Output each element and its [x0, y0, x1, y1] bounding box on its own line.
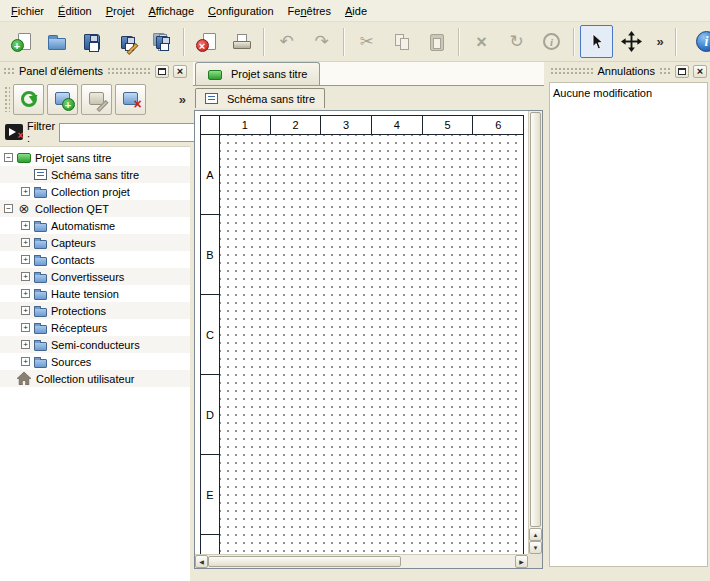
menu-label: ffichage: [156, 5, 194, 17]
dock-close-button[interactable]: ×: [173, 65, 187, 78]
expand-expander-icon[interactable]: +: [21, 323, 30, 332]
tree-item-haute-tension[interactable]: + Haute tension: [0, 285, 190, 302]
edit-element-button[interactable]: [81, 84, 112, 115]
expand-expander-icon[interactable]: +: [21, 340, 30, 349]
folder-icon: [34, 308, 47, 317]
tree-item-convertisseurs[interactable]: + Convertisseurs: [0, 268, 190, 285]
open-document-button[interactable]: [40, 25, 73, 58]
tree-item-capteurs[interactable]: + Capteurs: [0, 234, 190, 251]
scrollbar-thumb[interactable]: [208, 556, 401, 567]
dock-drag-handle: [107, 67, 151, 75]
redo-button[interactable]: ↷: [305, 25, 338, 58]
paste-button[interactable]: [420, 25, 453, 58]
expand-expander-icon[interactable]: +: [21, 238, 30, 247]
folder-icon: [34, 189, 47, 198]
tree-item-semi-conducteurs[interactable]: + Semi-conducteurs: [0, 336, 190, 353]
tree-item-label: Schéma sans titre: [51, 169, 139, 181]
save-as-button[interactable]: [110, 25, 143, 58]
reload-collections-button[interactable]: [13, 84, 44, 115]
diagram-info-button[interactable]: i: [535, 25, 568, 58]
menu-label: ide: [352, 5, 367, 17]
expand-expander-icon[interactable]: +: [21, 289, 30, 298]
menu-fenetres[interactable]: Fenêtres: [281, 2, 338, 20]
dock-close-button[interactable]: ×: [693, 65, 707, 78]
delete-element-button[interactable]: ×: [115, 84, 146, 115]
tree-item-collection-utilisateur[interactable]: Collection utilisateur: [0, 370, 190, 387]
menu-bar: Fichier Édition Projet Affichage Configu…: [0, 0, 710, 22]
menu-projet[interactable]: Projet: [99, 2, 142, 20]
annulations-dock-title-bar[interactable]: Annulations ×: [547, 62, 710, 80]
cut-button[interactable]: ✂: [350, 25, 383, 58]
tab-projet-sans-titre[interactable]: Projet sans titre: [195, 62, 320, 85]
filter-input[interactable]: [59, 123, 209, 142]
tree-item-protections[interactable]: + Protections: [0, 302, 190, 319]
tree-item-contacts[interactable]: + Contacts: [0, 251, 190, 268]
toolbar-grip[interactable]: [4, 86, 10, 112]
diagram-view-wrap: 1 2 3 4 5 6 A B C D: [194, 110, 543, 569]
undo-list-item[interactable]: Aucune modification: [553, 85, 704, 101]
delete-button[interactable]: ×: [465, 25, 498, 58]
save-all-button[interactable]: [145, 25, 178, 58]
print-button[interactable]: [225, 25, 258, 58]
tree-item-collection-projet[interactable]: + Collection projet: [0, 183, 190, 200]
dock-float-button[interactable]: [675, 65, 689, 78]
new-element-button[interactable]: +: [47, 84, 78, 115]
expand-expander-icon[interactable]: +: [21, 187, 30, 196]
schema-tab-bar: Schéma sans titre: [193, 86, 544, 108]
tree-item-schema-sans-titre[interactable]: Schéma sans titre: [0, 166, 190, 183]
scroll-left-button[interactable]: ◀: [195, 555, 208, 568]
tree-item-sources[interactable]: + Sources: [0, 353, 190, 370]
scroll-right-button[interactable]: ▶: [515, 555, 528, 568]
tree-item-collection-qet[interactable]: − ⊗ Collection QET: [0, 200, 190, 217]
menu-configuration[interactable]: Configuration: [201, 2, 280, 20]
elements-panel-toolbar: + × »: [0, 80, 190, 118]
tree-item-label: Projet sans titre: [35, 152, 111, 164]
tree-item-recepteurs[interactable]: + Récepteurs: [0, 319, 190, 336]
elements-tree: − Projet sans titre Schéma sans titre + …: [0, 146, 190, 581]
new-document-button[interactable]: +: [5, 25, 38, 58]
close-document-button[interactable]: ×: [190, 25, 223, 58]
select-mode-button[interactable]: [580, 25, 613, 58]
menu-aide[interactable]: Aide: [338, 2, 374, 20]
clear-filter-button[interactable]: ×: [5, 124, 23, 140]
tree-item-automatisme[interactable]: + Automatisme: [0, 217, 190, 234]
triangle-up-icon: ▲: [533, 532, 539, 538]
collapse-expander-icon[interactable]: −: [4, 204, 13, 213]
undo-button[interactable]: ↶: [270, 25, 303, 58]
move-icon: [621, 31, 642, 52]
expand-expander-icon[interactable]: +: [21, 221, 30, 230]
toolbar-separator: [343, 28, 345, 56]
folder-icon: [34, 223, 47, 232]
about-qet-button[interactable]: i: [690, 25, 710, 58]
save-button[interactable]: [75, 25, 108, 58]
scroll-down-button[interactable]: ▼: [529, 541, 542, 554]
frame-corner: [201, 116, 220, 135]
scroll-up-button[interactable]: ▲: [529, 528, 542, 541]
expand-expander-icon[interactable]: +: [21, 306, 30, 315]
collapse-expander-icon[interactable]: −: [4, 153, 13, 162]
diagram-canvas[interactable]: 1 2 3 4 5 6 A B C D: [195, 111, 528, 554]
vertical-scrollbar: ▲ ▼: [528, 111, 542, 554]
tree-item-label: Sources: [51, 356, 91, 368]
toolbar-overflow-button[interactable]: »: [650, 25, 670, 58]
scrollbar-thumb[interactable]: [530, 112, 541, 527]
expand-expander-icon[interactable]: +: [21, 357, 30, 366]
expand-expander-icon[interactable]: +: [21, 272, 30, 281]
filter-row: × Filtrer :: [0, 118, 190, 146]
expand-expander-icon[interactable]: +: [21, 255, 30, 264]
move-mode-button[interactable]: [615, 25, 648, 58]
copy-button[interactable]: [385, 25, 418, 58]
tab-schema-sans-titre[interactable]: Schéma sans titre: [195, 88, 325, 108]
panel-overflow-button[interactable]: »: [179, 92, 186, 107]
tree-item-label: Contacts: [51, 254, 94, 266]
tree-item-projet-sans-titre[interactable]: − Projet sans titre: [0, 149, 190, 166]
menu-edition[interactable]: Édition: [51, 2, 99, 20]
dock-float-button[interactable]: [155, 65, 169, 78]
clear-filter-icon: ×: [17, 131, 23, 141]
menu-affichage[interactable]: Affichage: [141, 2, 201, 20]
rotate-button[interactable]: ↻: [500, 25, 533, 58]
diagram-grid[interactable]: [220, 135, 523, 554]
menu-label: dition: [65, 5, 91, 17]
menu-fichier[interactable]: Fichier: [4, 2, 51, 20]
elements-dock-title-bar[interactable]: Panel d'éléments ×: [0, 62, 190, 80]
